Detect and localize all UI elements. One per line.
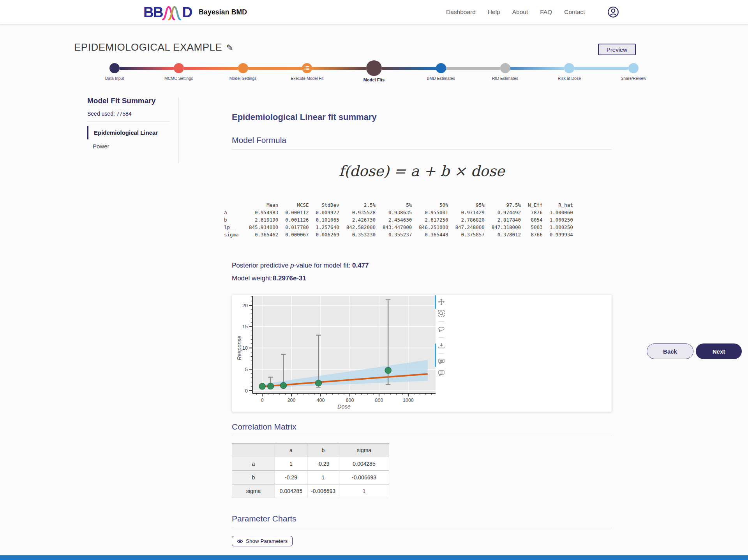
correlation-row-header: b	[232, 471, 275, 484]
stepper-connector	[382, 67, 436, 70]
stats-cell: 0.355237	[376, 231, 412, 238]
edit-pencil-icon[interactable]: ✎	[226, 43, 233, 53]
download-icon[interactable]	[438, 342, 445, 349]
correlation-cell: 0.004285	[339, 457, 389, 471]
stats-cell: 7876	[521, 209, 543, 216]
step-label: Risk at Dose	[557, 76, 581, 81]
model-weight-value: 8.2976e-31	[273, 275, 306, 282]
stats-col-header: StdDev	[309, 201, 339, 209]
lasso-icon[interactable]	[438, 326, 445, 333]
user-account-icon[interactable]	[607, 6, 619, 18]
stats-col-header: 95%	[448, 201, 485, 209]
stats-cell: 0.101065	[309, 216, 339, 224]
stats-cell: 0.365462	[242, 231, 278, 238]
svg-text:10: 10	[242, 345, 248, 351]
stats-cell: 0.353230	[339, 231, 376, 238]
back-button[interactable]: Back	[647, 343, 693, 359]
correlation-cell: 1	[275, 457, 307, 471]
stats-cell: 846.251000	[412, 224, 448, 231]
stats-cell: 0.954983	[242, 209, 278, 216]
stats-cell: a	[224, 209, 242, 216]
correlation-row: a1-0.290.004285	[232, 457, 389, 471]
svg-text:20: 20	[242, 303, 248, 308]
nav-dashboard[interactable]: Dashboard	[446, 9, 476, 16]
logo-bb-text: BB	[143, 5, 162, 19]
zoom-box-icon[interactable]	[438, 310, 445, 317]
stepper-connector	[446, 67, 500, 70]
nav-about[interactable]: About	[512, 9, 528, 16]
stats-cell: 2.619190	[242, 216, 278, 224]
step-label: Model Settings	[229, 76, 256, 81]
stats-table: MeanMCSEStdDev2.5%5%50%95%97.5%N_EffR_ha…	[224, 201, 573, 238]
step-execute-model-fit[interactable]: Execute Model Fit	[302, 63, 312, 73]
bbmd-logo[interactable]: BB D Bayesian BMD	[143, 0, 247, 24]
correlation-row-header: sigma	[232, 484, 275, 498]
correlation-col-header: a	[275, 444, 307, 457]
step-dot	[366, 60, 382, 76]
correlation-matrix-table: absigmaa1-0.290.004285b-0.291-0.006693si…	[232, 443, 389, 498]
pan-icon[interactable]	[438, 298, 445, 306]
sidebar-item-epidemiological-linear[interactable]: Epidemiological Linear	[87, 126, 170, 139]
svg-text:0: 0	[261, 398, 264, 403]
svg-text:800: 800	[375, 398, 383, 403]
svg-text:200: 200	[288, 398, 296, 403]
step-dot	[500, 63, 510, 73]
step-data-input[interactable]: Data Input	[109, 63, 120, 73]
step-mcmc-settings[interactable]: MCMC Settings	[174, 63, 184, 73]
correlation-header-row: absigma	[232, 444, 389, 457]
correlation-row: sigma0.004285-0.0066931	[232, 484, 389, 498]
next-button[interactable]: Next	[696, 343, 742, 359]
step-label: BMD Estimates	[427, 76, 455, 81]
toolbar-divider	[439, 321, 444, 322]
seed-label: Seed used: 77584	[87, 111, 170, 117]
show-parameters-label: Show Parameters	[246, 538, 288, 544]
stats-cell: 0.365448	[412, 231, 448, 238]
nav-contact[interactable]: Contact	[564, 9, 585, 16]
stats-cell: 0.999934	[543, 231, 573, 238]
plot-scrollbar-segment-top[interactable]	[435, 295, 436, 309]
stats-cell: 2.454630	[376, 216, 412, 224]
step-model-fits[interactable]: Model Fits	[366, 60, 382, 76]
model-fit-sidebar: Model Fit Summary Seed used: 77584 Epide…	[87, 97, 170, 153]
p-value: 0.477	[352, 262, 369, 269]
plot-scrollbar-segment-bottom[interactable]	[435, 343, 436, 367]
stats-cell: 5003	[521, 224, 543, 231]
section-rule	[232, 436, 612, 436]
step-share-review[interactable]: Share/Review	[628, 63, 639, 73]
stats-cell: 0.001126	[278, 216, 309, 224]
step-bmd-estimates[interactable]: BMD Estimates	[436, 63, 446, 73]
comment-icon[interactable]	[438, 357, 445, 365]
step-rfd-estimates[interactable]: RfD Estimates	[500, 63, 510, 73]
step-label: RfD Estimates	[492, 76, 518, 81]
p-value-prefix: Posterior predictive	[232, 262, 290, 269]
model-formula-heading: Model Formula	[232, 136, 612, 145]
stats-cell: 2.426730	[339, 216, 376, 224]
step-label: Data Input	[105, 76, 124, 81]
stats-row: a0.9549830.0001120.0099220.9355280.93863…	[224, 209, 573, 216]
stats-row: lp__845.9140000.0177801.257640842.582000…	[224, 224, 573, 231]
progress-stepper: Data InputMCMC SettingsModel SettingsExe…	[109, 59, 639, 77]
comment-icon-2[interactable]	[438, 369, 445, 377]
stats-col-header: 97.5%	[485, 201, 521, 209]
step-risk-at-dose[interactable]: Risk at Dose	[564, 63, 574, 73]
sidebar-item-power[interactable]: Power	[87, 139, 170, 153]
stepper-connector	[120, 67, 174, 70]
stats-col-header: 5%	[376, 201, 412, 209]
page: BB D Bayesian BMD Dashboard Help About	[0, 0, 748, 560]
stats-row: sigma0.3654620.0000670.0062690.3532300.3…	[224, 231, 573, 238]
correlation-cell: -0.29	[275, 471, 307, 484]
section-rule	[232, 149, 612, 150]
show-parameters-button[interactable]: Show Parameters	[232, 536, 293, 546]
stats-cell: 847.318000	[485, 224, 521, 231]
correlation-row-header: a	[232, 457, 275, 471]
plot-card: 0510152002004006008001000ResponseDose	[232, 295, 612, 412]
eye-icon	[237, 539, 243, 544]
preview-button[interactable]: Preview	[598, 44, 636, 55]
toolbar-divider	[439, 337, 444, 338]
stats-cell: 1.000250	[543, 224, 573, 231]
nav-help[interactable]: Help	[488, 9, 500, 16]
stats-col-header: 2.5%	[339, 201, 376, 209]
step-model-settings[interactable]: Model Settings	[238, 63, 248, 73]
nav-faq[interactable]: FAQ	[540, 9, 552, 16]
correlation-cell: 1	[307, 471, 339, 484]
